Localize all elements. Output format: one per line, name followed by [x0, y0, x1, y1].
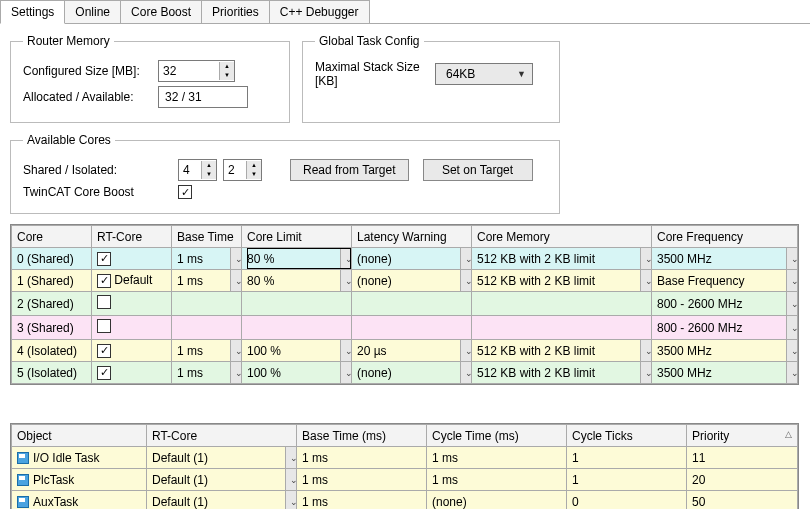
- spinner-down-icon[interactable]: ▼: [202, 170, 216, 179]
- core-row[interactable]: 4 (Isolated)✓ 1 ms⌄100 %⌄20 µs⌄512 KB wi…: [12, 340, 798, 362]
- isolated-spinner[interactable]: ▲▼: [223, 159, 262, 181]
- spinner-down-icon[interactable]: ▼: [220, 71, 234, 80]
- set-on-target-button[interactable]: Set on Target: [423, 159, 533, 181]
- rtcore-checkbox[interactable]: ✓: [97, 344, 111, 358]
- chevron-down-icon: ⌄: [230, 270, 242, 292]
- spinner-up-icon[interactable]: ▲: [220, 62, 234, 71]
- tab-settings[interactable]: Settings: [0, 0, 65, 24]
- rtcore-checkbox[interactable]: ✓: [97, 274, 111, 288]
- spinner-down-icon[interactable]: ▼: [247, 170, 261, 179]
- col-task-rtcore[interactable]: RT-Core: [147, 425, 297, 447]
- cell-dropdown[interactable]: 80 %⌄: [247, 270, 351, 291]
- cell-value: 800 - 2600 MHz: [657, 321, 742, 335]
- cell-dropdown[interactable]: (none)⌄: [357, 248, 471, 269]
- cell-dropdown[interactable]: 512 KB with 2 KB limit⌄: [477, 270, 651, 291]
- col-latency[interactable]: Latency Warning: [352, 226, 472, 248]
- cell-dropdown[interactable]: 3500 MHz⌄: [657, 340, 797, 361]
- core-row[interactable]: 2 (Shared) 800 - 2600 MHz⌄: [12, 292, 798, 316]
- cell-value: 3500 MHz: [657, 366, 712, 380]
- chevron-down-icon: ⌄: [340, 248, 352, 270]
- chevron-down-icon: ⌄: [460, 340, 472, 362]
- col-basetime[interactable]: Base Time: [172, 226, 242, 248]
- spinner-up-icon[interactable]: ▲: [247, 161, 261, 170]
- task-row[interactable]: I/O Idle TaskDefault (1)⌄1 ms1 ms111: [12, 447, 798, 469]
- core-boost-checkbox[interactable]: ✓: [178, 185, 192, 199]
- cell-value: (none): [357, 274, 392, 288]
- rtcore-dropdown[interactable]: Default (1)⌄: [152, 491, 296, 509]
- task-row[interactable]: AuxTaskDefault (1)⌄1 ms(none)050: [12, 491, 798, 510]
- cell-dropdown[interactable]: 3500 MHz⌄: [657, 362, 797, 383]
- chevron-down-icon: ⌄: [460, 248, 472, 270]
- rtcore-checkbox[interactable]: [97, 319, 111, 333]
- chevron-down-icon: ⌄: [640, 248, 652, 270]
- chevron-down-icon: ⌄: [230, 248, 242, 270]
- task-row[interactable]: PlcTaskDefault (1)⌄1 ms1 ms120: [12, 469, 798, 491]
- cell-dropdown[interactable]: 512 KB with 2 KB limit⌄: [477, 340, 651, 361]
- cell-dropdown[interactable]: 512 KB with 2 KB limit⌄: [477, 362, 651, 383]
- col-corelimit[interactable]: Core Limit: [242, 226, 352, 248]
- col-cycleticks[interactable]: Cycle Ticks: [567, 425, 687, 447]
- chevron-down-icon: ⌄: [340, 270, 352, 292]
- rtcore-text: Default: [114, 273, 152, 287]
- task-cycleticks: 0: [572, 495, 579, 509]
- col-cycletime[interactable]: Cycle Time (ms): [427, 425, 567, 447]
- task-priority: 11: [692, 451, 705, 465]
- core-row[interactable]: 1 (Shared)✓ Default1 ms⌄80 %⌄(none)⌄512 …: [12, 270, 798, 292]
- tab-cpp-debugger[interactable]: C++ Debugger: [269, 0, 370, 23]
- col-priority[interactable]: Priority△: [687, 425, 798, 447]
- cell-dropdown[interactable]: Base Frequency⌄: [657, 270, 797, 291]
- col-task-basetime[interactable]: Base Time (ms): [297, 425, 427, 447]
- cell-dropdown[interactable]: 1 ms⌄: [177, 270, 241, 291]
- col-frequency[interactable]: Core Frequency: [652, 226, 798, 248]
- cell-dropdown[interactable]: 1 ms⌄: [177, 340, 241, 361]
- task-cycletime: 1 ms: [432, 473, 458, 487]
- col-object[interactable]: Object: [12, 425, 147, 447]
- cell-dropdown[interactable]: 1 ms⌄: [177, 248, 241, 269]
- task-basetime: 1 ms: [302, 495, 328, 509]
- isolated-input[interactable]: [224, 161, 246, 179]
- cell-dropdown[interactable]: 512 KB with 2 KB limit⌄: [477, 248, 651, 269]
- cell-dropdown[interactable]: 800 - 2600 MHz⌄: [657, 292, 797, 315]
- cell-value: Default (1): [152, 451, 208, 465]
- global-task-group: Global Task Config Maximal Stack Size [K…: [302, 34, 560, 123]
- rtcore-checkbox[interactable]: [97, 295, 111, 309]
- core-grid: Core RT-Core Base Time Core Limit Latenc…: [10, 224, 799, 385]
- cell-dropdown[interactable]: 800 - 2600 MHz⌄: [657, 316, 797, 339]
- cell-dropdown[interactable]: 20 µs⌄: [357, 340, 471, 361]
- tab-priorities[interactable]: Priorities: [201, 0, 270, 23]
- configured-size-input[interactable]: [159, 62, 219, 80]
- spinner-up-icon[interactable]: ▲: [202, 161, 216, 170]
- read-from-target-button[interactable]: Read from Target: [290, 159, 409, 181]
- tab-core-boost[interactable]: Core Boost: [120, 0, 202, 23]
- shared-spinner[interactable]: ▲▼: [178, 159, 217, 181]
- core-row[interactable]: 0 (Shared)✓ 1 ms⌄80 %⌄(none)⌄512 KB with…: [12, 248, 798, 270]
- rtcore-checkbox[interactable]: ✓: [97, 252, 111, 266]
- cell-dropdown[interactable]: 100 %⌄: [247, 340, 351, 361]
- chevron-down-icon: ⌄: [640, 270, 652, 292]
- rtcore-dropdown[interactable]: Default (1)⌄: [152, 469, 296, 490]
- shared-input[interactable]: [179, 161, 201, 179]
- cell-dropdown[interactable]: 1 ms⌄: [177, 362, 241, 383]
- col-core[interactable]: Core: [12, 226, 92, 248]
- rtcore-dropdown[interactable]: Default (1)⌄: [152, 447, 296, 468]
- col-rtcore[interactable]: RT-Core: [92, 226, 172, 248]
- cell-dropdown[interactable]: (none)⌄: [357, 362, 471, 383]
- chevron-down-icon: ⌄: [230, 340, 242, 362]
- cell-dropdown[interactable]: 100 %⌄: [247, 362, 351, 383]
- configured-size-spinner[interactable]: ▲▼: [158, 60, 235, 82]
- core-id: 0 (Shared): [17, 252, 74, 266]
- cell-value: Default (1): [152, 495, 208, 509]
- task-object: PlcTask: [33, 473, 74, 487]
- core-row[interactable]: 3 (Shared) 800 - 2600 MHz⌄: [12, 316, 798, 340]
- router-legend: Router Memory: [23, 34, 114, 48]
- cell-dropdown[interactable]: 80 %⌄: [247, 248, 351, 269]
- core-row[interactable]: 5 (Isolated)✓ 1 ms⌄100 %⌄(none)⌄512 KB w…: [12, 362, 798, 384]
- configured-size-label: Configured Size [MB]:: [23, 64, 158, 78]
- stack-size-label: Maximal Stack Size [KB]: [315, 60, 435, 88]
- cell-dropdown[interactable]: (none)⌄: [357, 270, 471, 291]
- stack-size-select[interactable]: 64KB ▼: [435, 63, 533, 85]
- cell-dropdown[interactable]: 3500 MHz⌄: [657, 248, 797, 269]
- col-memory[interactable]: Core Memory: [472, 226, 652, 248]
- rtcore-checkbox[interactable]: ✓: [97, 366, 111, 380]
- tab-online[interactable]: Online: [64, 0, 121, 23]
